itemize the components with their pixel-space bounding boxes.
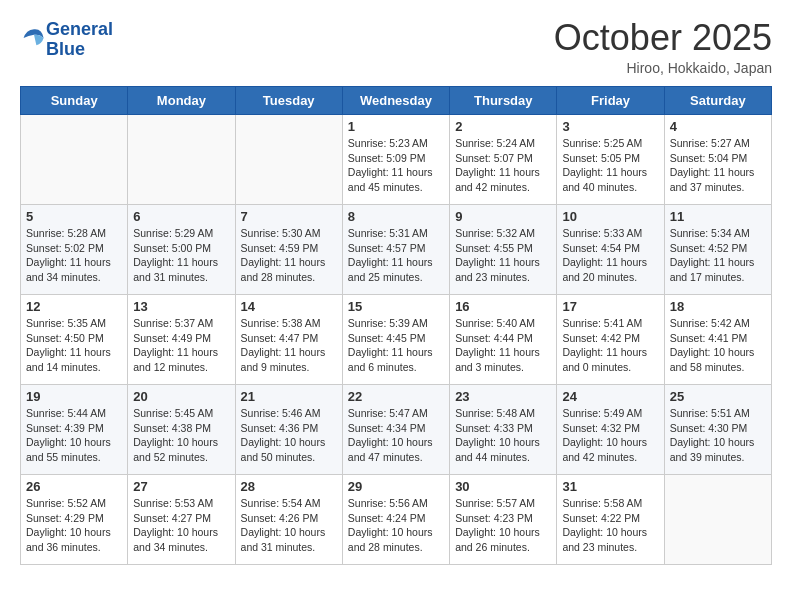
day-number: 21 [241, 389, 337, 404]
day-info: Sunrise: 5:44 AMSunset: 4:39 PMDaylight:… [26, 406, 122, 465]
calendar-day-cell: 20Sunrise: 5:45 AMSunset: 4:38 PMDayligh… [128, 385, 235, 475]
weekday-header: Saturday [664, 87, 771, 115]
day-info: Sunrise: 5:28 AMSunset: 5:02 PMDaylight:… [26, 226, 122, 285]
calendar-day-cell: 17Sunrise: 5:41 AMSunset: 4:42 PMDayligh… [557, 295, 664, 385]
day-info: Sunrise: 5:47 AMSunset: 4:34 PMDaylight:… [348, 406, 444, 465]
weekday-header: Wednesday [342, 87, 449, 115]
calendar-day-cell: 10Sunrise: 5:33 AMSunset: 4:54 PMDayligh… [557, 205, 664, 295]
month-title: October 2025 [554, 20, 772, 56]
weekday-header-row: SundayMondayTuesdayWednesdayThursdayFrid… [21, 87, 772, 115]
calendar-day-cell: 25Sunrise: 5:51 AMSunset: 4:30 PMDayligh… [664, 385, 771, 475]
weekday-header: Monday [128, 87, 235, 115]
logo-line1: General [46, 19, 113, 39]
day-number: 20 [133, 389, 229, 404]
logo-line2: Blue [46, 39, 85, 59]
day-info: Sunrise: 5:48 AMSunset: 4:33 PMDaylight:… [455, 406, 551, 465]
day-info: Sunrise: 5:27 AMSunset: 5:04 PMDaylight:… [670, 136, 766, 195]
calendar-day-cell: 29Sunrise: 5:56 AMSunset: 4:24 PMDayligh… [342, 475, 449, 565]
day-info: Sunrise: 5:58 AMSunset: 4:22 PMDaylight:… [562, 496, 658, 555]
day-number: 10 [562, 209, 658, 224]
day-info: Sunrise: 5:56 AMSunset: 4:24 PMDaylight:… [348, 496, 444, 555]
calendar-day-cell: 2Sunrise: 5:24 AMSunset: 5:07 PMDaylight… [450, 115, 557, 205]
day-info: Sunrise: 5:31 AMSunset: 4:57 PMDaylight:… [348, 226, 444, 285]
calendar-table: SundayMondayTuesdayWednesdayThursdayFrid… [20, 86, 772, 565]
weekday-header: Sunday [21, 87, 128, 115]
day-info: Sunrise: 5:32 AMSunset: 4:55 PMDaylight:… [455, 226, 551, 285]
day-info: Sunrise: 5:53 AMSunset: 4:27 PMDaylight:… [133, 496, 229, 555]
day-number: 28 [241, 479, 337, 494]
day-info: Sunrise: 5:37 AMSunset: 4:49 PMDaylight:… [133, 316, 229, 375]
day-info: Sunrise: 5:54 AMSunset: 4:26 PMDaylight:… [241, 496, 337, 555]
day-number: 17 [562, 299, 658, 314]
day-info: Sunrise: 5:45 AMSunset: 4:38 PMDaylight:… [133, 406, 229, 465]
day-info: Sunrise: 5:52 AMSunset: 4:29 PMDaylight:… [26, 496, 122, 555]
day-number: 25 [670, 389, 766, 404]
calendar-day-cell: 26Sunrise: 5:52 AMSunset: 4:29 PMDayligh… [21, 475, 128, 565]
title-block: October 2025 Hiroo, Hokkaido, Japan [554, 20, 772, 76]
day-info: Sunrise: 5:49 AMSunset: 4:32 PMDaylight:… [562, 406, 658, 465]
calendar-day-cell: 21Sunrise: 5:46 AMSunset: 4:36 PMDayligh… [235, 385, 342, 475]
calendar-day-cell [664, 475, 771, 565]
day-number: 11 [670, 209, 766, 224]
day-number: 22 [348, 389, 444, 404]
day-info: Sunrise: 5:29 AMSunset: 5:00 PMDaylight:… [133, 226, 229, 285]
calendar-day-cell: 1Sunrise: 5:23 AMSunset: 5:09 PMDaylight… [342, 115, 449, 205]
calendar-day-cell: 5Sunrise: 5:28 AMSunset: 5:02 PMDaylight… [21, 205, 128, 295]
day-info: Sunrise: 5:46 AMSunset: 4:36 PMDaylight:… [241, 406, 337, 465]
day-number: 6 [133, 209, 229, 224]
day-number: 14 [241, 299, 337, 314]
calendar-day-cell: 9Sunrise: 5:32 AMSunset: 4:55 PMDaylight… [450, 205, 557, 295]
day-info: Sunrise: 5:42 AMSunset: 4:41 PMDaylight:… [670, 316, 766, 375]
day-number: 7 [241, 209, 337, 224]
calendar-day-cell: 18Sunrise: 5:42 AMSunset: 4:41 PMDayligh… [664, 295, 771, 385]
calendar-day-cell: 24Sunrise: 5:49 AMSunset: 4:32 PMDayligh… [557, 385, 664, 475]
calendar-day-cell: 15Sunrise: 5:39 AMSunset: 4:45 PMDayligh… [342, 295, 449, 385]
calendar-week-row: 5Sunrise: 5:28 AMSunset: 5:02 PMDaylight… [21, 205, 772, 295]
calendar-day-cell: 13Sunrise: 5:37 AMSunset: 4:49 PMDayligh… [128, 295, 235, 385]
calendar-day-cell: 30Sunrise: 5:57 AMSunset: 4:23 PMDayligh… [450, 475, 557, 565]
day-info: Sunrise: 5:33 AMSunset: 4:54 PMDaylight:… [562, 226, 658, 285]
day-number: 8 [348, 209, 444, 224]
day-number: 24 [562, 389, 658, 404]
day-info: Sunrise: 5:40 AMSunset: 4:44 PMDaylight:… [455, 316, 551, 375]
logo: General Blue [20, 20, 113, 60]
calendar-day-cell: 31Sunrise: 5:58 AMSunset: 4:22 PMDayligh… [557, 475, 664, 565]
calendar-day-cell: 19Sunrise: 5:44 AMSunset: 4:39 PMDayligh… [21, 385, 128, 475]
day-info: Sunrise: 5:41 AMSunset: 4:42 PMDaylight:… [562, 316, 658, 375]
calendar-day-cell [235, 115, 342, 205]
day-info: Sunrise: 5:51 AMSunset: 4:30 PMDaylight:… [670, 406, 766, 465]
calendar-day-cell: 4Sunrise: 5:27 AMSunset: 5:04 PMDaylight… [664, 115, 771, 205]
calendar-day-cell: 12Sunrise: 5:35 AMSunset: 4:50 PMDayligh… [21, 295, 128, 385]
calendar-week-row: 12Sunrise: 5:35 AMSunset: 4:50 PMDayligh… [21, 295, 772, 385]
calendar-day-cell: 14Sunrise: 5:38 AMSunset: 4:47 PMDayligh… [235, 295, 342, 385]
calendar-day-cell: 27Sunrise: 5:53 AMSunset: 4:27 PMDayligh… [128, 475, 235, 565]
calendar-day-cell: 16Sunrise: 5:40 AMSunset: 4:44 PMDayligh… [450, 295, 557, 385]
day-number: 4 [670, 119, 766, 134]
calendar-week-row: 26Sunrise: 5:52 AMSunset: 4:29 PMDayligh… [21, 475, 772, 565]
day-info: Sunrise: 5:34 AMSunset: 4:52 PMDaylight:… [670, 226, 766, 285]
weekday-header: Thursday [450, 87, 557, 115]
day-number: 30 [455, 479, 551, 494]
calendar-day-cell: 23Sunrise: 5:48 AMSunset: 4:33 PMDayligh… [450, 385, 557, 475]
day-number: 29 [348, 479, 444, 494]
calendar-day-cell: 6Sunrise: 5:29 AMSunset: 5:00 PMDaylight… [128, 205, 235, 295]
day-number: 23 [455, 389, 551, 404]
day-info: Sunrise: 5:25 AMSunset: 5:05 PMDaylight:… [562, 136, 658, 195]
day-number: 16 [455, 299, 551, 314]
day-number: 18 [670, 299, 766, 314]
calendar-day-cell [128, 115, 235, 205]
calendar-day-cell: 8Sunrise: 5:31 AMSunset: 4:57 PMDaylight… [342, 205, 449, 295]
day-number: 15 [348, 299, 444, 314]
day-number: 31 [562, 479, 658, 494]
calendar-day-cell: 11Sunrise: 5:34 AMSunset: 4:52 PMDayligh… [664, 205, 771, 295]
day-info: Sunrise: 5:38 AMSunset: 4:47 PMDaylight:… [241, 316, 337, 375]
weekday-header: Tuesday [235, 87, 342, 115]
calendar-week-row: 1Sunrise: 5:23 AMSunset: 5:09 PMDaylight… [21, 115, 772, 205]
day-info: Sunrise: 5:57 AMSunset: 4:23 PMDaylight:… [455, 496, 551, 555]
page-header: General Blue October 2025 Hiroo, Hokkaid… [20, 20, 772, 76]
location-subtitle: Hiroo, Hokkaido, Japan [554, 60, 772, 76]
day-number: 5 [26, 209, 122, 224]
calendar-week-row: 19Sunrise: 5:44 AMSunset: 4:39 PMDayligh… [21, 385, 772, 475]
calendar-day-cell: 22Sunrise: 5:47 AMSunset: 4:34 PMDayligh… [342, 385, 449, 475]
day-number: 12 [26, 299, 122, 314]
